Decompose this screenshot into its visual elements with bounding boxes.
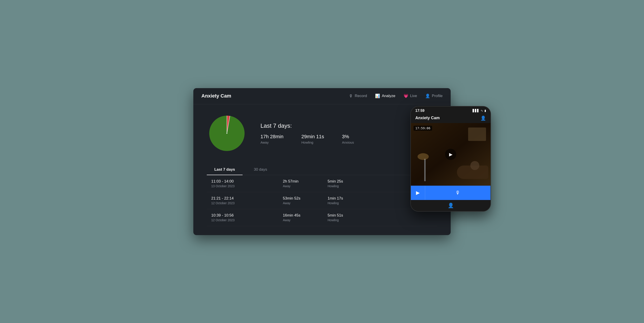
stat-away: 17h 28min Away bbox=[260, 134, 284, 144]
nav-label-profile: Profile bbox=[432, 94, 442, 98]
phone-profile-icon[interactable]: 👤 bbox=[480, 116, 486, 121]
battery-icon: ▮ bbox=[484, 109, 486, 112]
row-away-label: Away bbox=[283, 218, 323, 222]
nav-item-record[interactable]: 🎙 Record bbox=[349, 94, 367, 98]
row-time-range: 21:21 - 22:14 bbox=[211, 196, 278, 201]
phone-status-icons: ▋▋▋ ∿ ▮ bbox=[472, 109, 486, 112]
row-howling-block: 5min 51s Howling bbox=[328, 213, 368, 222]
video-timestamp: 17:59:06 bbox=[414, 126, 432, 131]
nav-item-live[interactable]: 💗 Live bbox=[404, 94, 417, 98]
stat-howling-value: 29min 11s bbox=[302, 134, 324, 140]
summary-section: Last 7 days: 17h 28min Away 29min 11s Ho… bbox=[207, 113, 437, 154]
nav-label-analyze: Analyze bbox=[382, 94, 395, 98]
phone-video-container: 17:59:06 ▶ bbox=[411, 123, 490, 186]
row-howling-label: Howling bbox=[328, 218, 368, 222]
row-away-label: Away bbox=[283, 184, 323, 188]
tab-30days[interactable]: 30 days bbox=[242, 165, 278, 175]
phone-clock: 17:59 bbox=[415, 109, 424, 113]
table-row[interactable]: 10:39 - 10:56 12 October 2023 16min 45s … bbox=[207, 209, 437, 226]
row-away-value: 53min 52s bbox=[283, 196, 323, 201]
app-title: Anxiety Cam bbox=[202, 93, 231, 99]
row-date: 12 October 2023 bbox=[211, 201, 278, 205]
nav-label-record: Record bbox=[355, 94, 367, 98]
row-howling-label: Howling bbox=[328, 201, 368, 205]
row-howling-label: Howling bbox=[328, 184, 368, 188]
stat-anxious-label: Anxious bbox=[342, 140, 354, 144]
row-howling-value: 1min 17s bbox=[328, 196, 368, 201]
row-away-block: 16min 45s Away bbox=[283, 213, 323, 222]
row-time-range: 10:39 - 10:56 bbox=[211, 213, 278, 218]
stat-anxious-value: 3% bbox=[342, 134, 354, 140]
tabs-header: Last 7 days 30 days bbox=[207, 165, 437, 175]
row-howling-value: 5min 51s bbox=[328, 213, 368, 218]
row-date: 13 October 2023 bbox=[211, 184, 278, 188]
phone-mockup: 17:59 ▋▋▋ ∿ ▮ Anxiety Cam 👤 bbox=[410, 106, 491, 212]
phone-bottom-bar: 👤 bbox=[411, 200, 490, 211]
row-howling-block: 1min 17s Howling bbox=[328, 196, 368, 205]
phone-status-bar: 17:59 ▋▋▋ ∿ ▮ bbox=[411, 106, 490, 114]
row-howling-block: 5min 25s Howling bbox=[328, 179, 368, 188]
stat-howling-label: Howling bbox=[302, 140, 324, 144]
nav-label-live: Live bbox=[410, 94, 417, 98]
heartbeat-icon: 💗 bbox=[404, 94, 408, 98]
nav-item-analyze[interactable]: 📊 Analyze bbox=[375, 94, 395, 98]
person-icon: 👤 bbox=[425, 94, 430, 98]
table-section: 11:03 - 14:00 13 October 2023 2h 57min A… bbox=[207, 175, 437, 226]
row-away-label: Away bbox=[283, 201, 323, 205]
app-window: Anxiety Cam 🎙 Record 📊 Analyze 💗 Live 👤 … bbox=[193, 88, 451, 235]
phone-play-button[interactable]: ▶ bbox=[411, 186, 425, 200]
row-away-block: 2h 57min Away bbox=[283, 179, 323, 188]
tabs-section: Last 7 days 30 days 11:03 - 14:00 13 Oct… bbox=[207, 165, 437, 226]
nav-item-profile[interactable]: 👤 Profile bbox=[425, 94, 442, 98]
row-away-value: 2h 57min bbox=[283, 179, 323, 184]
stat-howling: 29min 11s Howling bbox=[302, 134, 324, 144]
phone-controls: ▶ 🎙 bbox=[411, 186, 490, 200]
signal-icon: ▋▋▋ bbox=[472, 109, 479, 112]
chart-icon: 📊 bbox=[375, 94, 380, 98]
table-row[interactable]: 21:21 - 22:14 12 October 2023 53min 52s … bbox=[207, 192, 437, 209]
row-time-range: 11:03 - 14:00 bbox=[211, 179, 278, 184]
phone-mic-button[interactable]: 🎙 bbox=[425, 190, 490, 196]
pie-chart bbox=[207, 113, 247, 154]
phone-app-title: Anxiety Cam bbox=[415, 116, 440, 120]
microphone-icon: 🎙 bbox=[349, 94, 353, 98]
nav-items: 🎙 Record 📊 Analyze 💗 Live 👤 Profile bbox=[349, 94, 442, 98]
phone-nav-icon[interactable]: 👤 bbox=[448, 203, 454, 208]
titlebar: Anxiety Cam 🎙 Record 📊 Analyze 💗 Live 👤 … bbox=[193, 88, 451, 104]
row-time-block: 21:21 - 22:14 12 October 2023 bbox=[211, 196, 278, 205]
stat-away-label: Away bbox=[260, 140, 284, 144]
stat-away-value: 17h 28min bbox=[260, 134, 284, 140]
tab-last7days[interactable]: Last 7 days bbox=[207, 165, 242, 175]
row-away-block: 53min 52s Away bbox=[283, 196, 323, 205]
video-play-button[interactable]: ▶ bbox=[445, 149, 456, 160]
table-row[interactable]: 11:03 - 14:00 13 October 2023 2h 57min A… bbox=[207, 175, 437, 192]
row-howling-value: 5min 25s bbox=[328, 179, 368, 184]
row-date: 12 October 2023 bbox=[211, 218, 278, 222]
wifi-icon: ∿ bbox=[481, 109, 483, 112]
phone-app-header: Anxiety Cam 👤 bbox=[411, 114, 490, 123]
row-away-value: 16min 45s bbox=[283, 213, 323, 218]
row-time-block: 11:03 - 14:00 13 October 2023 bbox=[211, 179, 278, 188]
row-time-block: 10:39 - 10:56 12 October 2023 bbox=[211, 213, 278, 222]
stat-anxious: 3% Anxious bbox=[342, 134, 354, 144]
